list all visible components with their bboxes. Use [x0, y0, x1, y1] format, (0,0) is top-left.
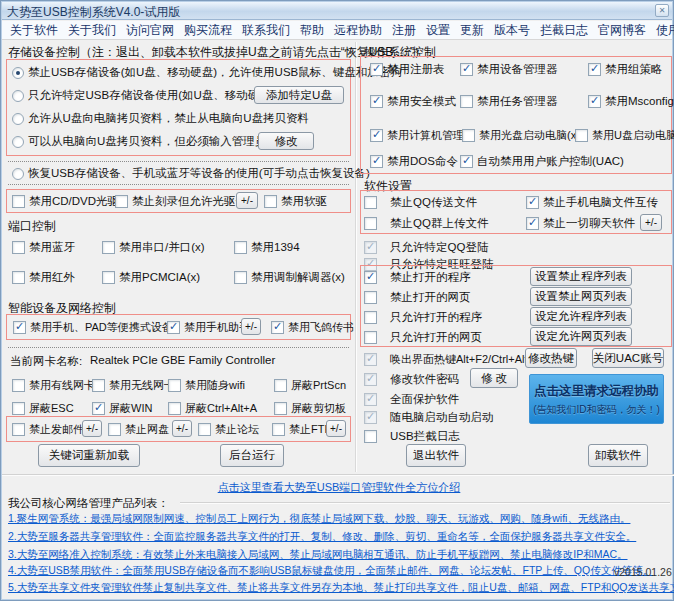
change-password-button[interactable]: 修 改: [470, 368, 518, 388]
checkbox-disable-modem[interactable]: 禁用调制解调器(x): [234, 270, 345, 285]
checkbox-block-programs[interactable]: 禁止打开的程序: [364, 270, 471, 285]
checkbox-block-all-chat[interactable]: 禁止一切聊天软件: [526, 216, 635, 231]
checkbox-disable-group-policy[interactable]: 禁用组策略: [588, 62, 663, 77]
checkbox-label: 屏蔽WIN: [109, 401, 152, 416]
close-icon[interactable]: ✕: [655, 4, 669, 17]
product-link-2[interactable]: 2.大势至服务器共享管理软件：全面监控服务器共享文件的打开、复制、修改、删除、剪…: [8, 530, 636, 544]
checkbox-block-netdisk[interactable]: 禁止网盘: [108, 422, 169, 437]
menu-item-contact[interactable]: 联系我们: [237, 22, 295, 39]
exit-software-button[interactable]: 退出软件: [406, 444, 466, 467]
checkbox-disable-msconfig[interactable]: 禁用Msconfig: [588, 94, 674, 109]
checkbox-disable-cddvd[interactable]: 禁用CD/DVD光驱: [12, 194, 119, 209]
checkbox-block-clipboard[interactable]: 屏蔽剪切板: [274, 401, 346, 416]
checkbox-disable-dos[interactable]: 禁用DOS命令: [370, 154, 458, 169]
checkbox-usb-log[interactable]: USB拦截日志: [364, 429, 460, 444]
checkbox-disable-phone-assistant[interactable]: 禁用手机助手: [167, 320, 250, 335]
checkbox-disable-computer-mgmt[interactable]: 禁用计算机管理: [370, 128, 464, 143]
menu-item-about-us[interactable]: 关于我们: [63, 22, 121, 39]
checkbox-disable-cd-boot[interactable]: 禁用光盘启动电脑(x): [462, 128, 580, 143]
checkbox-block-prtscn[interactable]: 屏蔽PrtScn: [274, 378, 346, 393]
checkbox-icon: [364, 353, 377, 366]
set-allowed-webpages-button[interactable]: 设定允许网页列表: [530, 327, 632, 346]
radio-allow-specific-usb[interactable]: 只允许特定USB存储设备使用(如U盘、移动硬盘): [12, 88, 275, 103]
checkbox-disable-1394[interactable]: 禁用1394: [234, 240, 300, 255]
product-link-5[interactable]: 5.大势至共享文件夹管理软件禁止复制共享文件、禁止将共享文件另存为本地、禁止打印…: [8, 581, 674, 595]
checkbox-block-win[interactable]: 屏蔽WIN: [92, 401, 152, 416]
menu-item-blog[interactable]: 官网博客: [593, 22, 651, 39]
checkbox-label: 禁用飞鸽传书: [288, 320, 354, 335]
ftp-plus-minus-button[interactable]: +/-: [326, 420, 346, 437]
product-link-4[interactable]: 4.大势至USB禁用软件：全面禁用USB存储设备而不影响USB鼠标键盘使用，全面…: [8, 564, 653, 578]
radio-restore-usb[interactable]: 恢复USB存储设备、手机或蓝牙等设备的使用(可手动点击恢复设备): [12, 166, 370, 181]
checkbox-allow-only-programs[interactable]: 只允许打开的程序: [364, 310, 482, 325]
run-background-button[interactable]: 后台运行: [220, 444, 284, 467]
set-blocked-programs-button[interactable]: 设置禁止程序列表: [530, 267, 632, 286]
checkbox-block-ctrl-alt-a[interactable]: 屏蔽Ctrl+Alt+A: [168, 401, 257, 416]
checkbox-disable-infrared[interactable]: 禁用红外: [12, 270, 75, 285]
checkbox-disable-bluetooth[interactable]: 禁用蓝牙: [12, 240, 75, 255]
radio-pc-to-usb-password[interactable]: 可以从电脑向U盘拷贝资料，但必须输入管理员密码: [12, 134, 289, 149]
modify-password-button[interactable]: 修改: [258, 132, 314, 150]
remote-assist-banner[interactable]: 点击这里请求远程协助 (告知我们ID和密码，勿关！): [529, 374, 664, 424]
checkbox-disable-registry[interactable]: 禁用注册表: [370, 62, 445, 77]
checkbox-disable-floppy[interactable]: 禁用软驱: [264, 194, 327, 209]
checkbox-change-software-password[interactable]: 修改软件密码: [364, 372, 459, 387]
chat-plus-minus-button[interactable]: +/-: [640, 214, 662, 231]
menu-item-block-log[interactable]: 拦截日志: [535, 22, 593, 39]
radio-block-usb-storage[interactable]: 禁止USB存储设备(如U盘、移动硬盘)，允许使用USB鼠标、键盘和加密狗: [12, 65, 402, 80]
checkbox-disable-task-manager[interactable]: 禁用任务管理器: [460, 94, 558, 109]
checkbox-block-ftp[interactable]: 禁止FTP: [272, 422, 332, 437]
checkbox-disable-feige[interactable]: 禁用飞鸽传书: [271, 320, 354, 335]
checkbox-label: 禁用1394: [251, 240, 300, 255]
set-blocked-webpages-button[interactable]: 设置禁止网页列表: [530, 287, 632, 306]
menu-item-visit-site[interactable]: 访问官网: [121, 22, 179, 39]
menu-item-about-software[interactable]: 关于软件: [5, 22, 63, 39]
checkbox-disable-wired-nic[interactable]: 禁用有线网卡: [12, 378, 95, 393]
change-hotkey-button[interactable]: 修改热键: [525, 348, 577, 368]
checkbox-block-qq-group-upload[interactable]: 禁止QQ群上传文件: [364, 216, 488, 231]
checkbox-disable-wireless-nic[interactable]: 禁用无线网卡: [92, 378, 175, 393]
checkbox-label: 禁止论坛: [215, 422, 259, 437]
checkbox-disable-uac[interactable]: 自动禁用用户账户控制(UAC): [460, 154, 624, 169]
usb-intro-link[interactable]: 点击这里查看大势至USB端口管理软件全方位介绍: [218, 481, 461, 493]
checkbox-disable-safe-mode[interactable]: 禁用安全模式: [370, 94, 456, 109]
menu-item-remote-assist[interactable]: 远程协助: [329, 22, 387, 39]
checkbox-block-forum[interactable]: 禁止论坛: [198, 422, 259, 437]
checkbox-disable-serial[interactable]: 禁用串口/并口(x): [102, 240, 205, 255]
checkbox-disable-phone-pad[interactable]: 禁用手机、PAD等便携式设备: [13, 320, 173, 335]
product-link-3[interactable]: 3.大势至网络准入控制系统：有效禁止外来电脑接入局域网、禁止局域网电脑相互通讯、…: [8, 548, 628, 562]
checkbox-disable-pcmcia[interactable]: 禁用PCMCIA(x): [102, 270, 200, 285]
burn-plus-minus-button[interactable]: +/-: [236, 192, 258, 209]
checkbox-allow-only-webpages[interactable]: 只允许打开的网页: [364, 330, 482, 345]
assistant-plus-minus-button[interactable]: +/-: [241, 318, 261, 335]
reload-keywords-button[interactable]: 关键词重新加载: [38, 444, 140, 467]
checkbox-disable-usb-boot[interactable]: 禁用U盘启动电脑(x): [575, 128, 674, 143]
checkbox-disable-device-manager[interactable]: 禁用设备管理器: [460, 62, 558, 77]
set-allowed-programs-button[interactable]: 设定允许程序列表: [530, 307, 632, 326]
checkbox-icon: [364, 411, 377, 424]
uninstall-software-button[interactable]: 卸载软件: [588, 444, 648, 467]
menu-item-update[interactable]: 更新: [455, 22, 489, 39]
close-uac-account-button[interactable]: 关闭UAC账号: [592, 348, 664, 368]
radio-usb-to-pc-only[interactable]: 允许从U盘向电脑拷贝资料，禁止从电脑向U盘拷贝资料: [12, 111, 309, 126]
menu-item-must-read[interactable]: 使用必读: [651, 22, 674, 39]
checkbox-block-qq-file[interactable]: 禁止QQ传送文件: [364, 195, 477, 210]
add-specific-usb-button[interactable]: 添加特定U盘: [254, 86, 344, 104]
checkbox-block-webpages[interactable]: 禁止打开的网页: [364, 290, 471, 305]
menu-item-settings[interactable]: 设置: [421, 22, 455, 39]
menu-item-help[interactable]: 帮助: [295, 22, 329, 39]
checkbox-disable-usb-wifi[interactable]: 禁用随身wifi: [168, 378, 245, 393]
checkbox-block-phone-pc-transfer[interactable]: 禁止手机电脑文件互传: [526, 195, 658, 210]
checkbox-full-protect[interactable]: 全面保护软件: [364, 392, 459, 407]
email-plus-minus-button[interactable]: +/-: [82, 420, 102, 437]
checkbox-block-esc[interactable]: 屏蔽ESC: [12, 401, 74, 416]
menu-item-version[interactable]: 版本号: [489, 22, 535, 39]
menu-item-purchase[interactable]: 购买流程: [179, 22, 237, 39]
product-link-1[interactable]: 1.聚生网管系统：最强局域网限制网速、控制员工上网行为，彻底禁止局域网下载、炒股…: [8, 512, 630, 526]
checkbox-block-email[interactable]: 禁止发邮件: [12, 422, 84, 437]
netdisk-plus-minus-button[interactable]: +/-: [172, 420, 192, 437]
menu-item-register[interactable]: 注册: [387, 22, 421, 39]
checkbox-autostart[interactable]: 随电脑启动自动启动: [364, 410, 494, 425]
checkbox-hotkey[interactable]: 唤出界面热键Alt+F2/Ctrl+Alt+2: [364, 352, 540, 367]
checkbox-only-specific-qq[interactable]: 只允许特定QQ登陆: [364, 240, 488, 255]
